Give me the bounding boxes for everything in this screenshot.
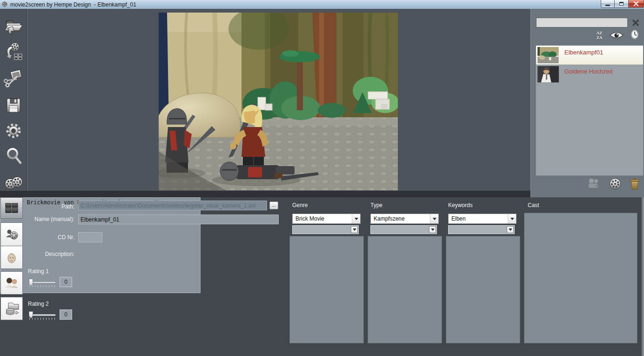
- type-add-dropdown-arrow-icon[interactable]: [429, 226, 436, 233]
- app-window: movie2screen by Hempe Design - Elbenkamp…: [0, 0, 644, 356]
- panel-right-scroll-strip[interactable]: [641, 197, 644, 356]
- rating1-label: Rating 1: [28, 268, 49, 275]
- type-add-combobox[interactable]: [370, 225, 437, 234]
- alpha-sort-az-label: AZ: [593, 31, 605, 35]
- save-button[interactable]: [2, 94, 25, 117]
- rating2-slider-ticks: [29, 318, 56, 320]
- type-dropdown-arrow-icon[interactable]: [430, 214, 438, 223]
- movie-list: Elbenkampf01 Goldene Hochzeit: [536, 45, 644, 176]
- title-bar: movie2screen by Hempe Design - Elbenkamp…: [0, 0, 644, 9]
- rating2-slider-thumb[interactable]: [29, 311, 33, 318]
- browse-button[interactable]: ...: [269, 202, 278, 209]
- name-field[interactable]: [78, 215, 279, 224]
- app-icon: [2, 1, 8, 7]
- path-field: [78, 201, 267, 210]
- cd-number-field[interactable]: [78, 232, 102, 242]
- maximize-icon: [619, 2, 624, 6]
- rating2-slider[interactable]: [29, 311, 56, 320]
- genre-selected-value: Brick Movie: [295, 215, 324, 222]
- clear-search-button[interactable]: [631, 19, 641, 27]
- eye-icon: [609, 31, 624, 40]
- search-icon: [3, 146, 24, 166]
- type-list[interactable]: [368, 236, 442, 343]
- rating2-value: 0: [60, 309, 72, 320]
- tab-actor[interactable]: [0, 246, 23, 269]
- rating1-value: 0: [60, 277, 72, 287]
- close-x-icon: [632, 19, 639, 27]
- workspace: AZ ZA: [0, 9, 644, 197]
- cast-label: Cast: [528, 202, 539, 208]
- database-icon: [4, 301, 20, 316]
- genre-dropdown-arrow-icon[interactable]: [352, 214, 360, 223]
- cut-video-icon: [3, 67, 24, 88]
- watched-filter-button[interactable]: [609, 31, 624, 40]
- movies-button[interactable]: [2, 171, 25, 193]
- video-preview[interactable]: [159, 13, 398, 190]
- movie-list-item-goldene-hochzeit[interactable]: Goldene Hochzeit: [536, 65, 643, 84]
- search-tool-button[interactable]: [2, 145, 25, 167]
- keywords-selected-value: Elben: [451, 215, 466, 222]
- close-icon: [633, 1, 639, 6]
- movie-search-input[interactable]: [536, 18, 628, 27]
- import-video-icon: [3, 41, 24, 62]
- genre-list[interactable]: [289, 236, 364, 343]
- cast-list[interactable]: [524, 213, 637, 343]
- name-label: Name (manual):: [9, 216, 74, 222]
- projector-button: [587, 177, 601, 190]
- genre-add-combobox[interactable]: [292, 225, 359, 234]
- projector-icon: [587, 178, 601, 190]
- movie-title: Elbenkampf01: [564, 49, 603, 56]
- recent-sort-button[interactable]: [631, 29, 639, 40]
- genre-combobox[interactable]: Brick Movie: [292, 214, 361, 224]
- delete-movie-button[interactable]: [628, 177, 642, 190]
- type-label: Type: [370, 202, 382, 208]
- tab-cast[interactable]: [0, 271, 23, 295]
- main-toolbar: [0, 9, 27, 191]
- window-controls: [601, 0, 644, 8]
- rating1-slider[interactable]: [29, 278, 56, 288]
- keywords-add-combobox[interactable]: [448, 225, 515, 234]
- tab-database[interactable]: [0, 297, 23, 320]
- save-icon: [3, 95, 24, 116]
- path-label: Path:: [9, 203, 74, 210]
- window-title: movie2screen by Hempe Design - Elbenkamp…: [10, 1, 136, 8]
- description-label: Description:: [9, 251, 74, 257]
- movie-list-item-elbenkampf01[interactable]: Elbenkampf01: [536, 46, 643, 65]
- clock-icon: [631, 29, 639, 40]
- movie-thumbnail-lego: [537, 47, 559, 64]
- keywords-dropdown-arrow-icon[interactable]: [508, 214, 516, 223]
- details-panel: Path: Name (manual): CD Nr. Description:…: [0, 197, 644, 356]
- film-reels-icon: [3, 172, 24, 192]
- trash-icon: [630, 178, 640, 190]
- keywords-add-dropdown-arrow-icon[interactable]: [507, 226, 514, 233]
- alpha-sort-button[interactable]: AZ ZA: [593, 29, 605, 41]
- close-button[interactable]: [629, 0, 644, 8]
- import-video-button[interactable]: [2, 40, 25, 63]
- keywords-label: Keywords: [448, 202, 473, 208]
- type-combobox[interactable]: Kampfszene: [370, 214, 439, 224]
- maximize-button[interactable]: [615, 0, 629, 8]
- settings-gear-icon: [3, 121, 24, 141]
- film-reel-icon: [609, 177, 622, 190]
- minimize-button[interactable]: [601, 0, 615, 8]
- people-icon: [4, 275, 20, 291]
- minimize-icon: [605, 5, 610, 6]
- rating1-slider-thumb[interactable]: [29, 279, 33, 286]
- rating2-label: Rating 2: [28, 301, 49, 307]
- cut-video-button[interactable]: [2, 67, 25, 89]
- settings-button[interactable]: [2, 120, 25, 142]
- play-reel-button[interactable]: [608, 177, 622, 190]
- rating1-slider-ticks: [29, 285, 56, 287]
- keywords-list[interactable]: [446, 236, 520, 343]
- open-folder-button[interactable]: [2, 14, 25, 37]
- movie-library-panel: AZ ZA: [530, 9, 644, 197]
- movie-title: Goldene Hochzeit: [564, 68, 612, 75]
- keywords-combobox[interactable]: Elben: [448, 214, 517, 224]
- genre-add-dropdown-arrow-icon[interactable]: [351, 226, 358, 233]
- genre-label: Genre: [292, 202, 308, 208]
- type-selected-value: Kampfszene: [374, 215, 405, 222]
- lego-battle-scene-image: [159, 13, 398, 190]
- cd-label: CD Nr.: [9, 234, 74, 241]
- open-folder-icon: [3, 15, 24, 36]
- horizontal-separator: [0, 191, 530, 197]
